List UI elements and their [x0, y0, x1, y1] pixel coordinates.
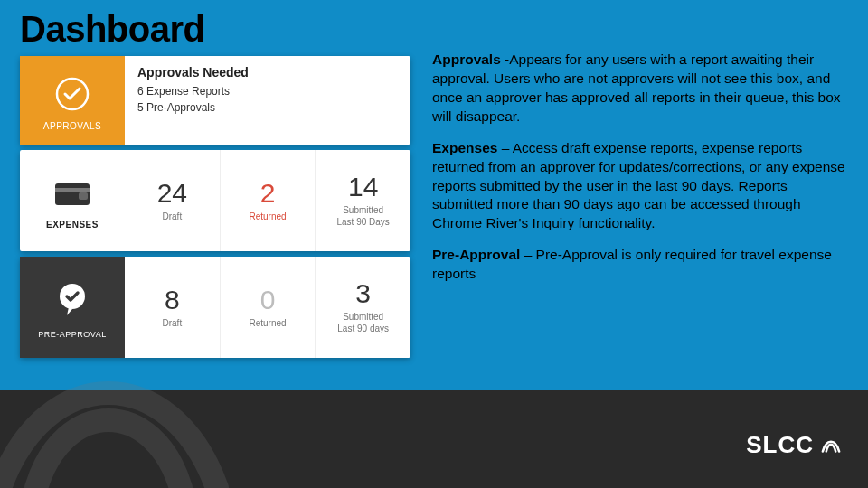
svg-rect-2	[55, 188, 90, 192]
dashboard-screenshot: APPROVALS Approvals Needed 6 Expense Rep…	[20, 56, 410, 358]
preapproval-desc-title: Pre-Approval	[432, 247, 520, 262]
approvals-body: Approvals Needed 6 Expense Reports 5 Pre…	[125, 56, 410, 145]
page-title: Dashboard	[20, 9, 204, 50]
expenses-metrics: 24 Draft 2 Returned 14 Submitted Last 90…	[125, 150, 410, 251]
metric-value: 8	[165, 285, 180, 315]
metric-label: Returned	[249, 317, 286, 329]
expenses-desc-title: Expenses	[432, 140, 497, 155]
approvals-card: APPROVALS Approvals Needed 6 Expense Rep…	[20, 56, 410, 145]
approvals-desc-title: Approvals	[432, 52, 501, 67]
expenses-metric-returned: 2 Returned	[220, 150, 316, 251]
footer: SLCC	[0, 390, 868, 488]
approvals-description: Approvals -Appears for any users with a …	[432, 51, 848, 127]
approvals-line-0: 6 Expense Reports	[137, 85, 400, 98]
metric-value: 14	[348, 172, 378, 202]
preapproval-metric-submitted: 3 Submitted Last 90 days	[315, 257, 410, 358]
brand: SLCC	[746, 431, 843, 459]
brand-text: SLCC	[746, 431, 814, 459]
approvals-heading: Approvals Needed	[137, 65, 400, 80]
metric-value: 2	[260, 178, 276, 209]
metric-value: 24	[157, 178, 187, 209]
metric-label: Submitted Last 90 Days	[336, 204, 389, 228]
expenses-description: Expenses – Access draft expense reports,…	[432, 139, 848, 234]
approvals-label: APPROVALS	[43, 121, 101, 131]
metric-value: 3	[355, 278, 371, 309]
expenses-metric-draft: 24 Draft	[125, 150, 220, 251]
footer-swirl-icon	[0, 325, 253, 488]
check-circle-icon	[54, 76, 90, 116]
brand-swirl-icon	[819, 434, 843, 457]
expenses-metric-submitted: 14 Submitted Last 90 Days	[315, 150, 410, 251]
expenses-label: EXPENSES	[46, 220, 99, 230]
speech-check-icon	[54, 281, 90, 321]
metric-label: Draft	[163, 211, 183, 222]
approvals-line-1: 5 Pre-Approvals	[137, 101, 400, 114]
metric-value: 0	[260, 285, 276, 315]
svg-rect-3	[79, 192, 88, 200]
approvals-label-col: APPROVALS	[20, 56, 125, 145]
expenses-label-col: EXPENSES	[20, 150, 125, 251]
preapproval-description: Pre-Approval – Pre-Approval is only requ…	[432, 246, 848, 284]
metric-label: Submitted Last 90 days	[337, 311, 389, 334]
wallet-icon	[53, 178, 91, 211]
slide: Dashboard APPROVALS Approvals Needed 6 E…	[0, 0, 868, 488]
description-column: Approvals -Appears for any users with a …	[432, 51, 848, 296]
expenses-card: EXPENSES 24 Draft 2 Returned 14 Submitte…	[20, 150, 410, 251]
metric-label: Returned	[249, 211, 286, 222]
